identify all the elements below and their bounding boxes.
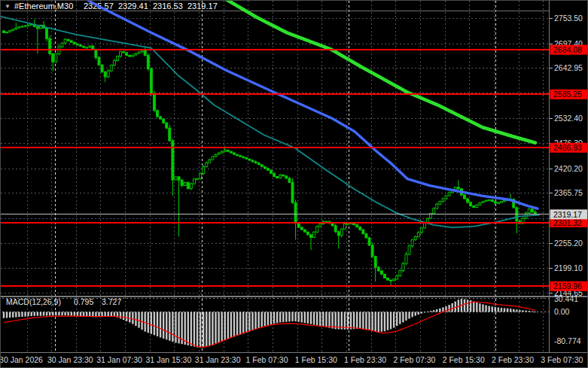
macd-main-value: 0.795	[74, 297, 93, 306]
slow-ma-green-line	[223, 1, 535, 143]
candle	[64, 39, 66, 43]
candle	[504, 200, 506, 201]
candle	[300, 227, 303, 230]
candle	[528, 209, 530, 213]
candle	[89, 46, 91, 47]
candle	[126, 53, 128, 55]
macd-indicator-name: MACD(12,26,9)	[6, 297, 61, 306]
symbol-title: #Ethereum,M30	[14, 2, 73, 11]
candle	[200, 174, 202, 179]
candle	[233, 153, 236, 154]
candle	[61, 43, 63, 47]
candle	[12, 29, 14, 31]
candle	[163, 119, 165, 123]
candle	[313, 232, 315, 237]
candle	[442, 199, 444, 202]
candle	[267, 169, 269, 170]
time-axis[interactable]	[1, 353, 588, 368]
candle	[343, 224, 346, 229]
candle	[319, 224, 321, 227]
candle	[9, 31, 11, 32]
candle	[420, 228, 422, 233]
candle	[439, 202, 441, 205]
candle	[377, 267, 379, 271]
candle	[467, 199, 469, 202]
candle	[6, 32, 8, 32]
candle	[221, 151, 223, 153]
candle	[276, 177, 279, 178]
candle	[285, 176, 288, 178]
candle	[166, 123, 168, 128]
candle	[113, 61, 115, 65]
candle	[482, 202, 484, 203]
candle	[206, 163, 208, 166]
candle	[279, 175, 282, 178]
price-axis[interactable]	[550, 1, 588, 353]
candle	[141, 50, 143, 52]
candle	[485, 200, 487, 201]
candle	[479, 202, 481, 205]
candle	[356, 225, 358, 227]
candle	[21, 26, 23, 27]
candle	[120, 52, 122, 56]
candle	[353, 223, 355, 224]
candle	[242, 157, 245, 157]
candle	[193, 179, 195, 184]
candle	[411, 240, 413, 246]
candle	[27, 25, 29, 26]
candle	[101, 65, 103, 71]
candle	[294, 202, 297, 223]
candle	[414, 236, 416, 239]
candle	[178, 177, 180, 180]
candle	[227, 150, 229, 151]
candle	[172, 141, 174, 180]
candle	[303, 230, 306, 232]
candle	[365, 234, 367, 238]
candle	[239, 156, 242, 157]
candle	[448, 193, 450, 196]
candle	[116, 56, 118, 61]
candle	[340, 229, 343, 236]
candle	[132, 55, 134, 56]
candle	[80, 45, 82, 47]
candle	[405, 254, 407, 263]
candle	[491, 200, 493, 202]
candle	[408, 246, 410, 254]
candle	[383, 275, 385, 278]
candle	[218, 153, 220, 154]
candle	[457, 187, 459, 189]
candle	[273, 173, 276, 176]
macd-signal-value: 3.727	[102, 297, 121, 306]
candle	[534, 212, 536, 214]
candle	[306, 232, 309, 235]
candle	[464, 195, 466, 199]
fast-ma-teal-line	[1, 17, 539, 228]
chart-title: ▼ #Ethereum,M30 2325.57 2329.41 2316.53 …	[5, 2, 218, 11]
candle	[374, 257, 376, 267]
candle	[297, 224, 300, 227]
candle	[18, 27, 20, 28]
moving-averages-layer	[1, 1, 539, 227]
candle	[251, 160, 254, 162]
chart-canvas[interactable]: ▼ #Ethereum,M30 2325.57 2329.41 2316.53 …	[1, 1, 588, 368]
candle	[181, 180, 183, 185]
candle	[169, 128, 171, 141]
candle	[396, 276, 398, 279]
candle	[257, 163, 260, 165]
candle	[470, 202, 472, 206]
candle	[433, 208, 435, 214]
candle	[95, 50, 97, 57]
candle	[147, 56, 149, 69]
candle	[184, 183, 186, 186]
candle	[334, 226, 337, 232]
candle	[390, 280, 392, 281]
candle	[135, 53, 137, 55]
candle	[436, 204, 438, 208]
collapse-indicator-icon[interactable]: ▼	[5, 3, 11, 10]
candle	[359, 227, 361, 230]
candle	[270, 170, 272, 173]
candle	[310, 235, 312, 238]
candle	[350, 223, 352, 224]
candle	[144, 50, 146, 55]
candle	[362, 230, 364, 233]
